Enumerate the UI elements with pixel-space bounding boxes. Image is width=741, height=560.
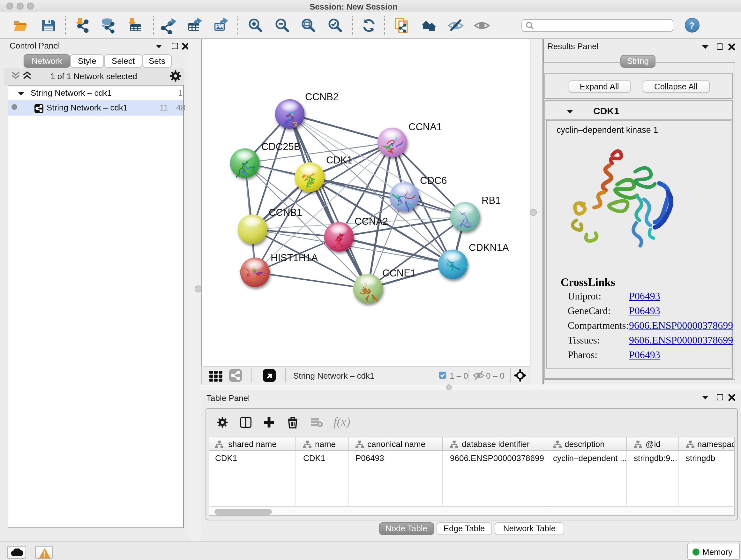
svg-text:CDC6: CDC6: [420, 175, 447, 186]
svg-text:CDK1: CDK1: [326, 154, 352, 166]
svg-text:CDC25B: CDC25B: [261, 141, 300, 152]
svg-text:CCNA1: CCNA1: [408, 121, 442, 132]
svg-text:CCNE1: CCNE1: [382, 267, 415, 279]
svg-text:CCNA2: CCNA2: [354, 216, 388, 227]
svg-text:RB1: RB1: [481, 195, 500, 206]
svg-text:HIST1H1A: HIST1H1A: [270, 252, 318, 263]
svg-text:CCNB1: CCNB1: [268, 207, 302, 218]
svg-text:CDKN1A: CDKN1A: [468, 242, 509, 253]
svg-text:CCNB2: CCNB2: [305, 91, 338, 103]
